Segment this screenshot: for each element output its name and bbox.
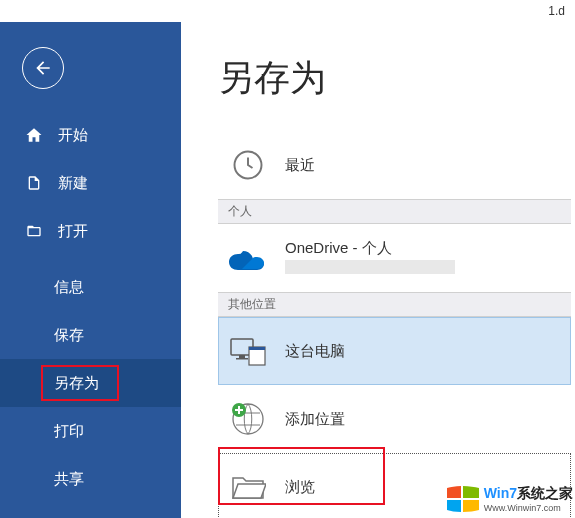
nav-print[interactable]: 打印 bbox=[0, 407, 181, 455]
browse-label: 浏览 bbox=[285, 478, 315, 497]
wm-url: Www.Winwin7.com bbox=[484, 503, 573, 513]
nav-save[interactable]: 保存 bbox=[0, 311, 181, 359]
section-other: 其他位置 bbox=[218, 292, 571, 317]
addplace-icon bbox=[227, 398, 269, 440]
nav-new[interactable]: 新建 bbox=[0, 159, 181, 207]
clock-icon bbox=[227, 144, 269, 186]
nav-saveas[interactable]: 另存为 bbox=[0, 359, 181, 407]
thispc-label: 这台电脑 bbox=[285, 342, 345, 361]
svg-rect-5 bbox=[249, 347, 265, 350]
browse-folder-icon bbox=[227, 466, 269, 508]
home-icon bbox=[24, 125, 44, 145]
nav-new-label: 新建 bbox=[58, 174, 88, 193]
watermark: Win7系统之家 Www.Winwin7.com bbox=[445, 484, 573, 514]
nav-info[interactable]: 信息 bbox=[0, 263, 181, 311]
onedrive-icon bbox=[227, 237, 269, 279]
location-onedrive[interactable]: OneDrive - 个人 bbox=[218, 224, 571, 292]
recent-label: 最近 bbox=[285, 156, 315, 175]
backstage-sidebar: 开始 新建 打开 信息 保存 另存为 打印 共享 bbox=[0, 22, 181, 518]
page-title: 另存为 bbox=[218, 54, 575, 103]
svg-rect-3 bbox=[236, 358, 248, 360]
location-recent[interactable]: 最近 bbox=[218, 131, 571, 199]
folder-open-icon bbox=[24, 221, 44, 241]
document-icon bbox=[24, 173, 44, 193]
addplace-label: 添加位置 bbox=[285, 410, 345, 429]
location-addplace[interactable]: 添加位置 bbox=[218, 385, 571, 453]
location-thispc[interactable]: 这台电脑 bbox=[218, 317, 571, 385]
thispc-icon bbox=[227, 330, 269, 372]
filename-label: 1.d bbox=[548, 4, 565, 18]
wm-brand2: 系统之家 bbox=[517, 485, 573, 501]
back-button[interactable] bbox=[22, 47, 64, 89]
onedrive-label: OneDrive - 个人 bbox=[285, 239, 455, 258]
back-arrow-icon bbox=[33, 58, 53, 78]
nav-share[interactable]: 共享 bbox=[0, 455, 181, 503]
nav-home-label: 开始 bbox=[58, 126, 88, 145]
wm-brand1: Win7 bbox=[484, 485, 517, 501]
nav-open[interactable]: 打开 bbox=[0, 207, 181, 255]
main-panel: 另存为 最近 个人 OneDrive - 个人 bbox=[181, 22, 575, 518]
section-personal: 个人 bbox=[218, 199, 571, 224]
nav-home[interactable]: 开始 bbox=[0, 111, 181, 159]
windows-logo-icon bbox=[445, 484, 481, 514]
svg-rect-2 bbox=[239, 355, 245, 358]
nav-open-label: 打开 bbox=[58, 222, 88, 241]
onedrive-account bbox=[285, 260, 455, 277]
